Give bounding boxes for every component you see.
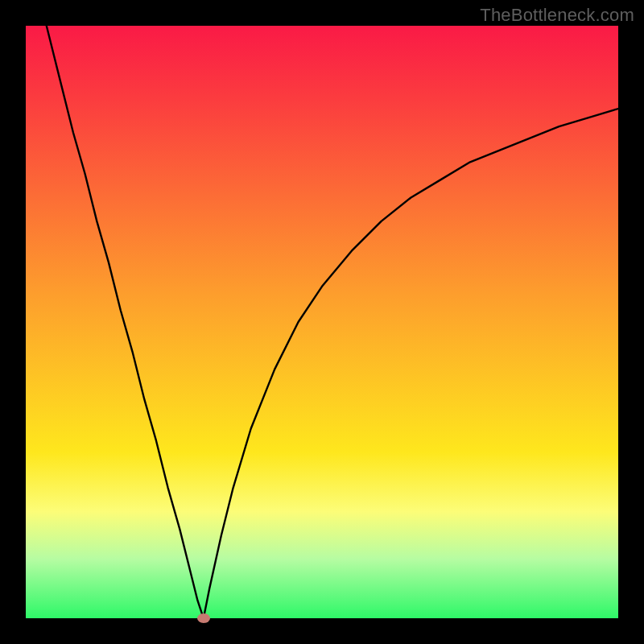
plot-area	[26, 26, 618, 618]
bottleneck-curve	[26, 26, 618, 618]
chart-stage: TheBottleneck.com	[0, 0, 644, 644]
curve-path	[47, 26, 618, 618]
watermark-text: TheBottleneck.com	[480, 5, 634, 26]
optimum-marker	[197, 613, 210, 623]
